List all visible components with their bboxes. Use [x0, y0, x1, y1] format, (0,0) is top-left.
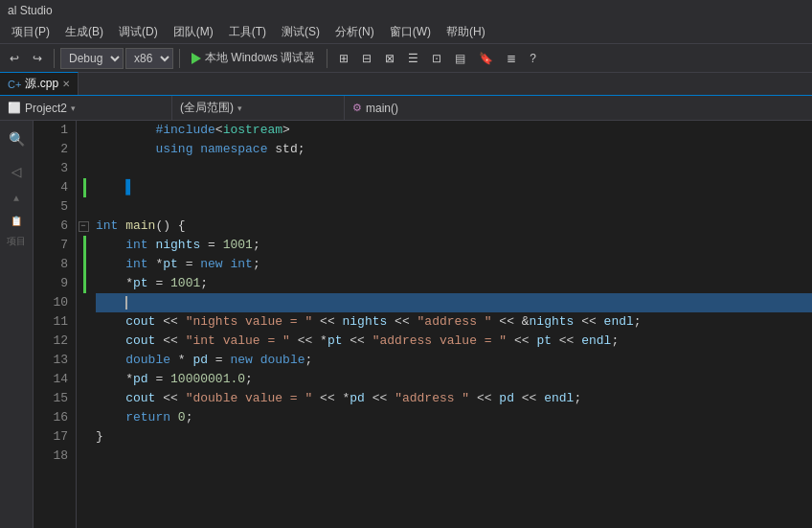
scope-label: (全局范围)	[180, 100, 234, 116]
code-editor[interactable]: #include<iostream> using namespace std; …	[92, 121, 812, 528]
code-indent-4	[96, 178, 125, 197]
ind-10	[77, 293, 92, 312]
ind-17	[77, 427, 92, 447]
ind-7	[77, 236, 92, 255]
code-pt-var-9: pt	[133, 274, 148, 293]
tab-source-cpp[interactable]: C+ 源.cpp ✕	[0, 72, 79, 95]
line-13: 13	[34, 351, 68, 370]
code-cout-15: cout	[125, 389, 155, 408]
ind-5	[77, 197, 92, 217]
code-line-15: cout << "double value = " << *pd << "add…	[96, 389, 812, 408]
toolbar-icon-1[interactable]: ⊞	[333, 50, 354, 67]
code-str-12a: "int value = "	[186, 332, 290, 351]
ind-18	[77, 447, 92, 466]
build-config-select[interactable]: Debug	[60, 48, 124, 69]
line-numbers: 1 2 3 4 5 6 7 8 9 10 11 12 13 14 15 16 1…	[34, 121, 77, 528]
platform-select[interactable]: x86	[125, 48, 173, 69]
menu-test[interactable]: 测试(S)	[274, 22, 327, 42]
nav-bar: ⬜ Project2 ▾ (全局范围) ▾ ⚙ main()	[0, 96, 812, 121]
line-14: 14	[34, 370, 68, 389]
project-icon: ⬜	[8, 102, 21, 114]
code-line-9: *pt = 1001;	[96, 274, 812, 293]
code-nights-addr-11: nights	[530, 312, 575, 332]
toolbar-icon-2[interactable]: ⊟	[356, 50, 377, 67]
menu-project[interactable]: 项目(P)	[4, 22, 57, 42]
code-cout-11: cout	[125, 312, 155, 332]
menu-window[interactable]: 窗口(W)	[382, 22, 439, 42]
code-double-kw-13: double	[125, 351, 170, 370]
green-indicator-4	[83, 178, 86, 197]
code-line-10[interactable]	[96, 293, 812, 312]
menu-analyze[interactable]: 分析(N)	[327, 22, 382, 42]
text-cursor	[125, 296, 127, 310]
code-endl-11: endl	[604, 312, 634, 332]
sidebar-collapse-icon: ◁	[11, 161, 22, 182]
separator-1	[54, 49, 55, 68]
separator-3	[327, 49, 327, 68]
toolbar-icon-8[interactable]: ≣	[501, 50, 522, 67]
green-indicator-9	[83, 274, 86, 293]
scope-dropdown[interactable]: (全局范围) ▾	[172, 96, 345, 120]
sidebar-extra: 项目	[7, 235, 26, 248]
toolbar-icon-5[interactable]: ⊡	[426, 50, 447, 67]
menu-build[interactable]: 生成(B)	[57, 22, 111, 42]
code-pt-addr-12: pt	[536, 332, 552, 351]
line-9: 9	[34, 274, 68, 293]
line-4: 4	[34, 178, 68, 197]
ind-4	[77, 178, 92, 197]
code-line-12: cout << "int value = " << *pt << "addres…	[96, 332, 812, 351]
toolbar-icon-3[interactable]: ⊠	[379, 50, 400, 67]
menu-bar: 项目(P) 生成(B) 调试(D) 团队(M) 工具(T) 测试(S) 分析(N…	[0, 21, 812, 44]
toolbar-icon-7[interactable]: 🔖	[473, 50, 499, 67]
code-str-12b: "address value = "	[372, 332, 507, 351]
line-12: 12	[34, 332, 68, 351]
sidebar-items-icon[interactable]: 📋	[11, 216, 22, 227]
code-num-14: 10000001.0	[170, 370, 245, 389]
ind-11	[77, 312, 92, 332]
fold-button-6[interactable]: −	[79, 221, 89, 232]
run-button[interactable]: 本地 Windows 调试器	[186, 48, 321, 68]
code-inc-1: iostream	[223, 121, 282, 140]
ind-15	[77, 389, 92, 408]
code-nights-var: nights	[155, 236, 200, 255]
code-pt-12: pt	[327, 332, 343, 351]
left-sidebar: 🔍 ◁ ▲ 📋 项目	[0, 121, 34, 528]
ind-3	[77, 159, 92, 178]
sidebar-search-icon[interactable]: 🔍	[2, 125, 31, 153]
toolbar: ↩ ↪ Debug x86 本地 Windows 调试器 ⊞ ⊟ ⊠ ☰ ⊡ ▤…	[0, 44, 812, 73]
line-16: 16	[34, 408, 68, 427]
menu-team[interactable]: 团队(M)	[166, 22, 221, 42]
code-line-4: ▌	[96, 178, 812, 197]
code-indent-1	[96, 121, 155, 140]
indicators-strip: −	[77, 121, 92, 528]
toolbar-icon-9[interactable]: ?	[524, 50, 542, 67]
code-double-kw-13b: double	[260, 351, 305, 370]
code-endl-12: endl	[581, 332, 611, 351]
func-nav: ⚙ main()	[345, 100, 406, 117]
code-line-5	[96, 197, 812, 217]
code-line-8: int *pt = new int;	[96, 255, 812, 274]
func-icon: ⚙	[352, 102, 362, 114]
toolbar-icon-6[interactable]: ▤	[449, 50, 471, 67]
menu-debug[interactable]: 调试(D)	[111, 22, 166, 42]
code-line-13: double * pd = new double;	[96, 351, 812, 370]
code-return-kw: return	[125, 408, 170, 427]
editor-container: 🔍 ◁ ▲ 📋 项目 1 2 3 4 5 6 7 8 9 10 11 12 13…	[0, 121, 812, 528]
code-namespace: namespace	[200, 140, 267, 159]
redo-button[interactable]: ↪	[27, 50, 48, 67]
line-18: 18	[34, 447, 68, 466]
code-pd-addr-15: pd	[499, 389, 514, 408]
code-str-11a: "nights value = "	[186, 312, 313, 332]
project-dropdown[interactable]: ⬜ Project2 ▾	[0, 96, 172, 120]
line-8: 8	[34, 255, 68, 274]
code-str-15a: "double value = "	[186, 389, 313, 408]
toolbar-icon-4[interactable]: ☰	[402, 50, 424, 67]
menu-help[interactable]: 帮助(H)	[439, 22, 493, 42]
undo-button[interactable]: ↩	[4, 50, 25, 67]
line-1: 1	[34, 121, 68, 140]
code-endl-15: endl	[544, 389, 574, 408]
run-icon	[192, 53, 201, 64]
menu-tools[interactable]: 工具(T)	[221, 22, 274, 42]
code-line-6: int main() {	[96, 217, 812, 236]
tab-close-source[interactable]: ✕	[62, 79, 70, 89]
